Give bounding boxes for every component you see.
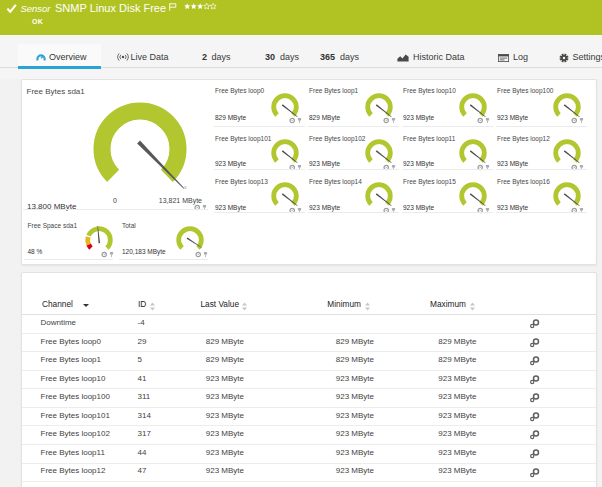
svg-text:x: x: [184, 184, 187, 190]
